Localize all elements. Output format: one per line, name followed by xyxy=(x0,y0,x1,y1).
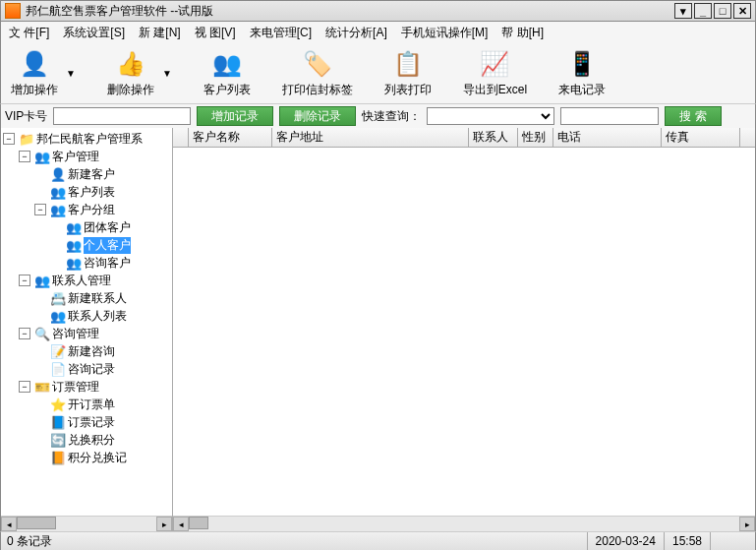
tree-node-icon: 📄 xyxy=(50,361,66,377)
grid-column-header[interactable]: 联系人 xyxy=(469,128,518,147)
search-button[interactable]: 搜 索 xyxy=(665,106,721,126)
grid-horizontal-scrollbar[interactable]: ◂ ▸ xyxy=(173,516,755,531)
tree-node-label: 积分兑换记 xyxy=(68,450,127,466)
tree-node[interactable]: −👥客户管理 xyxy=(3,148,170,165)
grid-column-header[interactable]: 性别 xyxy=(518,128,553,147)
quick-search-field[interactable] xyxy=(427,107,554,125)
scroll-track[interactable] xyxy=(17,517,156,531)
tree-node[interactable]: 📝新建咨询 xyxy=(3,342,170,360)
quick-search-input[interactable] xyxy=(560,107,659,125)
window-title: 邦仁航空售票客户管理软件 --试用版 xyxy=(26,3,674,20)
menu-item[interactable]: 来电管理[C] xyxy=(250,25,312,41)
tree-node[interactable]: −👥客户分组 xyxy=(3,201,170,218)
tree-node-icon: 👥 xyxy=(50,202,66,217)
tree-node[interactable]: ⭐开订票单 xyxy=(3,396,170,413)
grid-column-header[interactable] xyxy=(173,128,189,147)
tree-node[interactable]: −🔍咨询管理 xyxy=(3,325,170,342)
tree-node[interactable]: 📙积分兑换记 xyxy=(3,449,170,466)
tree-toggle-icon[interactable]: − xyxy=(19,328,30,339)
toolbar-button[interactable]: 👍删除操作 xyxy=(107,48,154,98)
grid-column-header[interactable]: 电话 xyxy=(553,128,662,147)
scroll-track[interactable] xyxy=(189,517,739,531)
tree-toggle-icon[interactable]: − xyxy=(3,133,15,145)
toolbar-button[interactable]: 🏷️打印信封标签 xyxy=(282,48,353,98)
toolbar-button[interactable]: 📋列表打印 xyxy=(384,48,432,98)
tree-node-label: 订票管理 xyxy=(52,379,99,396)
tree-toggle-icon[interactable]: − xyxy=(19,151,30,162)
close-button[interactable]: ✕ xyxy=(733,3,751,19)
titlebar: 邦仁航空售票客户管理软件 --试用版 ▾ _ □ ✕ xyxy=(0,0,756,22)
toolbar-label: 删除操作 xyxy=(107,82,154,98)
tree-node-label: 新建咨询 xyxy=(68,343,115,360)
scroll-right-button[interactable]: ▸ xyxy=(156,517,172,531)
add-record-button[interactable]: 增加记录 xyxy=(197,106,273,126)
tree-node-icon: 📝 xyxy=(50,343,66,359)
tree-node[interactable]: 👥咨询客户 xyxy=(3,254,170,272)
menu-item[interactable]: 视 图[V] xyxy=(195,25,236,41)
tree-node-icon: 👥 xyxy=(34,273,50,288)
app-icon xyxy=(5,3,21,19)
toolbar-button[interactable]: 📈导出到Excel xyxy=(463,48,527,98)
toolbar-label: 增加操作 xyxy=(11,82,58,98)
tree-node-label: 邦仁民航客户管理系 xyxy=(36,131,143,148)
menu-item[interactable]: 新 建[N] xyxy=(139,25,181,41)
statusbar: 0 条记录 2020-03-24 15:58 xyxy=(0,531,756,550)
tree-node-label: 咨询客户 xyxy=(84,255,131,272)
tree-toggle-icon[interactable]: − xyxy=(19,275,30,286)
toolbar-label: 来电记录 xyxy=(558,82,606,98)
toolbar-button[interactable]: 👥客户列表 xyxy=(204,48,251,98)
tree-toggle-icon[interactable]: − xyxy=(34,204,46,215)
quick-search-label: 快速查询： xyxy=(362,108,421,125)
tree-node[interactable]: 📘订票记录 xyxy=(3,413,170,431)
tree-node[interactable]: 👥联系人列表 xyxy=(3,307,170,325)
dropdown-button[interactable]: ▾ xyxy=(674,3,692,19)
tree-node[interactable]: 👤新建客户 xyxy=(3,165,170,183)
tree-horizontal-scrollbar[interactable]: ◂ ▸ xyxy=(1,516,172,531)
tree-node-label: 订票记录 xyxy=(68,414,115,431)
tree-node-icon: 🔍 xyxy=(34,326,50,341)
scroll-thumb[interactable] xyxy=(17,517,56,529)
tree-node-icon: 📁 xyxy=(19,131,34,147)
delete-record-button[interactable]: 删除记录 xyxy=(279,106,356,126)
tree-node-icon: 👥 xyxy=(66,255,82,271)
tree-toggle-icon[interactable]: − xyxy=(19,381,30,393)
tree-node[interactable]: 📇新建联系人 xyxy=(3,289,170,307)
tree-node-label: 客户分组 xyxy=(68,202,115,218)
dropdown-arrow-icon[interactable]: ▼ xyxy=(162,68,172,79)
tree-node[interactable]: −🎫订票管理 xyxy=(3,378,170,396)
vip-input[interactable] xyxy=(53,107,191,125)
toolbar-icon: 📱 xyxy=(566,48,598,80)
maximize-button[interactable]: □ xyxy=(714,3,731,19)
menu-item[interactable]: 统计分析[A] xyxy=(325,25,387,41)
grid-column-header[interactable]: 客户名称 xyxy=(189,128,272,147)
grid-panel: 客户名称客户地址联系人性别电话传真 ◂ ▸ xyxy=(173,128,755,531)
minimize-button[interactable]: _ xyxy=(694,3,712,19)
tree-node[interactable]: 📄咨询记录 xyxy=(3,360,170,378)
status-time: 15:58 xyxy=(664,532,710,550)
tree-node[interactable]: 👥个人客户 xyxy=(3,236,170,254)
toolbar-button[interactable]: 📱来电记录 xyxy=(558,48,606,98)
dropdown-arrow-icon[interactable]: ▼ xyxy=(66,68,76,79)
menubar: 文 件[F]系统设置[S]新 建[N]视 图[V]来电管理[C]统计分析[A]手… xyxy=(0,22,756,43)
menu-item[interactable]: 系统设置[S] xyxy=(63,25,125,41)
toolbar-icon: 📈 xyxy=(479,48,510,80)
toolbar-icon: 👍 xyxy=(115,48,146,80)
menu-item[interactable]: 手机短讯操作[M] xyxy=(401,25,489,41)
menu-item[interactable]: 帮 助[H] xyxy=(501,25,544,41)
grid-column-header[interactable]: 传真 xyxy=(662,128,740,147)
tree-node[interactable]: 👥团体客户 xyxy=(3,218,170,236)
tree-node[interactable]: 🔄兑换积分 xyxy=(3,431,170,449)
toolbar-button[interactable]: 👤增加操作 xyxy=(11,48,58,98)
scroll-thumb[interactable] xyxy=(189,517,208,529)
scroll-right-button[interactable]: ▸ xyxy=(739,517,755,531)
toolbar-label: 打印信封标签 xyxy=(282,82,353,98)
menu-item[interactable]: 文 件[F] xyxy=(9,25,49,41)
toolbar-icon: 👥 xyxy=(211,48,243,80)
tree-node[interactable]: 👥客户列表 xyxy=(3,183,170,201)
tree-body: −📁邦仁民航客户管理系−👥客户管理👤新建客户👥客户列表−👥客户分组👥团体客户👥个… xyxy=(1,128,172,516)
scroll-left-button[interactable]: ◂ xyxy=(1,517,17,531)
scroll-left-button[interactable]: ◂ xyxy=(173,517,189,531)
tree-node[interactable]: −📁邦仁民航客户管理系 xyxy=(3,130,170,148)
tree-node[interactable]: −👥联系人管理 xyxy=(3,272,170,289)
grid-column-header[interactable]: 客户地址 xyxy=(272,128,469,147)
